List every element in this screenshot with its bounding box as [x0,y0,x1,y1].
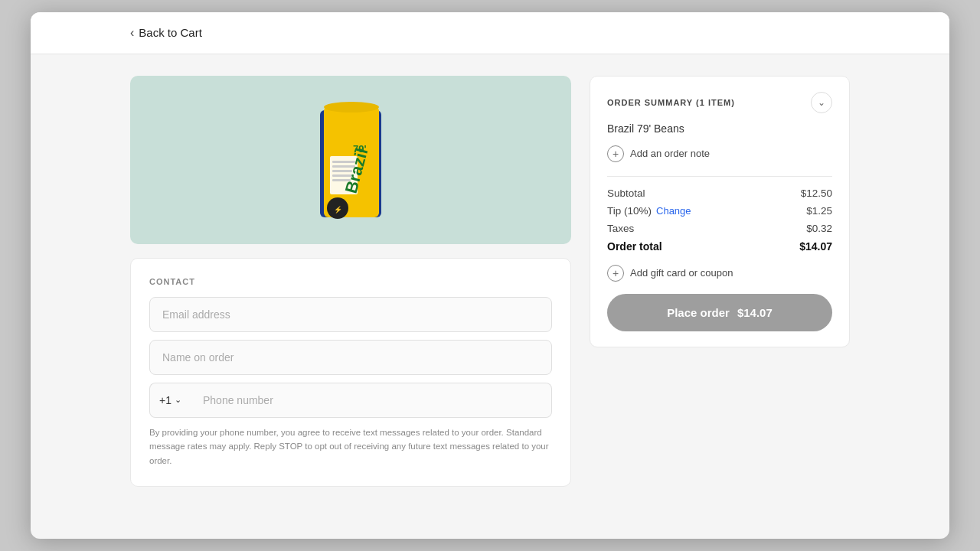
svg-text:79': 79' [353,143,367,155]
svg-text:⚡: ⚡ [334,205,343,214]
order-summary-card: ORDER SUMMARY (1 ITEM) ⌄ Brazil 79' Bean… [590,76,850,347]
tip-row: Tip (10%) Change $1.25 [607,205,832,217]
change-tip-link[interactable]: Change [656,205,691,217]
order-summary-title: ORDER SUMMARY (1 ITEM) [607,98,735,107]
taxes-row: Taxes $0.32 [607,223,832,234]
left-column: Brazil 79' ⚡ CONTACT +1 ⌄ [130,76,571,487]
tip-label: Tip (10%) [607,205,652,217]
chevron-left-icon: ‹ [130,26,134,40]
plus-icon: + [607,145,624,162]
country-code-value: +1 [159,394,172,406]
add-order-note-button[interactable]: + Add an order note [607,145,832,162]
phone-number-input[interactable] [191,383,552,418]
right-column: ORDER SUMMARY (1 ITEM) ⌄ Brazil 79' Bean… [590,76,850,347]
order-total-value: $14.07 [799,240,832,253]
subtotal-value: $12.50 [801,187,832,199]
country-code-selector[interactable]: +1 ⌄ [149,383,191,418]
taxes-value: $0.32 [806,223,832,234]
phone-row: +1 ⌄ [149,383,552,418]
svg-point-2 [324,102,379,112]
email-input[interactable] [149,297,552,332]
contact-section-label: CONTACT [149,277,552,286]
name-on-order-input[interactable] [149,340,552,375]
back-to-cart-label: Back to Cart [139,26,202,39]
add-gift-card-button[interactable]: + Add gift card or coupon [607,265,832,282]
add-note-label: Add an order note [630,148,710,159]
divider [607,176,832,177]
page-header: ‹ Back to Cart [31,12,949,54]
plus-icon: + [607,265,624,282]
place-order-label: Place order [667,306,730,319]
tip-label-group: Tip (10%) Change [607,205,691,217]
back-to-cart-button[interactable]: ‹ Back to Cart [130,26,202,40]
place-order-button[interactable]: Place order $14.07 [607,294,832,331]
order-summary-header: ORDER SUMMARY (1 ITEM) ⌄ [607,92,832,113]
subtotal-label: Subtotal [607,187,645,199]
coffee-bag-image: Brazil 79' ⚡ [301,87,400,233]
chevron-down-icon: ⌄ [175,395,181,405]
subtotal-row: Subtotal $12.50 [607,187,832,199]
product-image-container: Brazil 79' ⚡ [130,76,571,244]
order-summary-toggle-button[interactable]: ⌄ [811,92,832,113]
order-total-row: Order total $14.07 [607,240,832,253]
order-product-name: Brazil 79' Beans [607,122,832,135]
main-content: Brazil 79' ⚡ CONTACT +1 ⌄ [31,54,949,508]
chevron-down-icon: ⌄ [818,97,825,108]
tip-value: $1.25 [806,205,832,217]
place-order-total: $14.07 [737,306,773,319]
phone-disclaimer-text: By providing your phone number, you agre… [149,425,552,468]
contact-form-card: CONTACT +1 ⌄ By providing your phone num… [130,258,571,487]
taxes-label: Taxes [607,223,634,234]
order-total-label: Order total [607,240,662,253]
gift-card-label: Add gift card or coupon [630,267,733,279]
